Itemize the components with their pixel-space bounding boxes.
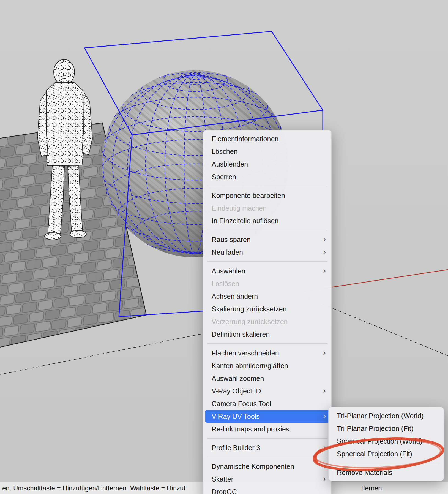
menu-item-label: Spherical Projection (Fit) xyxy=(337,450,412,458)
menu-item-label: Komponente bearbeiten xyxy=(212,192,285,199)
menu-item-relink-maps-and-proxies[interactable]: Re-link maps and proxies xyxy=(203,423,331,435)
context-menu: Elementinformationen Löschen Ausblenden … xyxy=(203,130,332,494)
menu-item-label: Löschen xyxy=(212,148,238,155)
menu-separator xyxy=(203,341,331,347)
chevron-right-icon: › xyxy=(323,473,326,485)
menu-item-label: Elementinformationen xyxy=(212,135,278,143)
menu-item-label: Achsen ändern xyxy=(212,292,258,300)
menu-item-vray-object-id[interactable]: V-Ray Object ID› xyxy=(203,385,331,397)
menu-item-label: Tri-Planar Projection (World) xyxy=(337,412,424,420)
menu-item-raus-sparen[interactable]: Raus sparen› xyxy=(203,233,331,246)
menu-item-in-einzelteile-aufloesen[interactable]: In Einzelteile auflösen xyxy=(203,215,331,227)
menu-item-label: Skatter xyxy=(212,475,233,483)
chevron-right-icon: › xyxy=(323,441,326,454)
submenu-item-remove-materials[interactable]: Remove Materials xyxy=(329,466,444,479)
chevron-right-icon: › xyxy=(323,233,326,245)
submenu-item-triplanar-projection-fit[interactable]: Tri-Planar Projection (Fit) xyxy=(329,422,444,435)
submenu-item-spherical-projection-fit[interactable]: Spherical Projection (Fit) xyxy=(329,447,444,460)
menu-item-dynamische-komponenten[interactable]: Dynamische Komponenten› xyxy=(203,460,331,473)
menu-item-kanten-abmildern-glaetten[interactable]: Kanten abmildern/glätten xyxy=(203,359,331,372)
menu-item-label: Flächen verschneiden xyxy=(212,349,279,357)
menu-item-komponente-bearbeiten[interactable]: Komponente bearbeiten xyxy=(203,189,331,202)
menu-item-label: Raus sparen xyxy=(212,236,251,243)
menu-item-label: V-Ray UV Tools xyxy=(212,412,260,420)
menu-item-skalierung-zuruecksetzen[interactable]: Skalierung zurücksetzen xyxy=(203,303,331,315)
menu-item-flaechen-verschneiden[interactable]: Flächen verschneiden› xyxy=(203,347,331,359)
menu-item-label: Spherical Projection (World) xyxy=(337,437,422,445)
menu-item-losloesen: Loslösen xyxy=(203,277,331,290)
menu-item-ausblenden[interactable]: Ausblenden xyxy=(203,158,331,170)
menu-item-label: Kanten abmildern/glätten xyxy=(212,362,288,370)
chevron-right-icon: › xyxy=(323,410,326,422)
menu-item-label: In Einzelteile auflösen xyxy=(212,217,278,225)
menu-item-label: Verzerrung zurücksetzen xyxy=(212,318,288,325)
menu-item-neu-laden[interactable]: Neu laden› xyxy=(203,246,331,259)
menu-item-label: V-Ray Object ID xyxy=(212,387,261,395)
menu-item-eindeutig-machen: Eindeutig machen xyxy=(203,202,331,215)
menu-item-camera-focus-tool[interactable]: Camera Focus Tool xyxy=(203,397,331,410)
menu-separator xyxy=(203,227,331,233)
menu-item-label: DropGC xyxy=(212,488,237,494)
menu-item-label: Skalierung zurücksetzen xyxy=(212,305,286,313)
menu-item-profile-builder-3[interactable]: Profile Builder 3› xyxy=(203,441,331,454)
status-hint-left: en. Umschalttaste = Hinzufügen/Entfernen… xyxy=(2,484,185,492)
chevron-right-icon: › xyxy=(323,385,326,397)
menu-item-label: Sperren xyxy=(212,173,236,181)
menu-item-label: Loslösen xyxy=(212,280,239,287)
menu-item-label: Profile Builder 3 xyxy=(212,444,260,452)
uv-tools-submenu: Tri-Planar Projection (World) Tri-Planar… xyxy=(328,407,444,481)
menu-item-label: Dynamische Komponenten xyxy=(212,463,294,470)
menu-item-auswahl-zoomen[interactable]: Auswahl zoomen xyxy=(203,372,331,385)
menu-item-auswaehlen[interactable]: Auswählen› xyxy=(203,265,331,277)
menu-item-label: Re-link maps and proxies xyxy=(212,425,289,433)
menu-item-label: Neu laden xyxy=(212,248,243,256)
menu-separator xyxy=(203,435,331,441)
menu-item-sperren[interactable]: Sperren xyxy=(203,170,331,183)
menu-item-elementinformationen[interactable]: Elementinformationen xyxy=(203,132,331,145)
menu-item-vray-uv-tools[interactable]: V-Ray UV Tools› xyxy=(205,410,330,423)
menu-item-label: Tri-Planar Projection (Fit) xyxy=(337,425,413,432)
menu-separator xyxy=(329,460,444,466)
menu-item-label: Camera Focus Tool xyxy=(212,400,271,408)
status-hint-right: tfernen. xyxy=(361,484,384,492)
chevron-right-icon: › xyxy=(323,246,326,258)
chevron-right-icon: › xyxy=(323,265,326,277)
menu-item-label: Auswahl zoomen xyxy=(212,374,264,382)
menu-item-label: Ausblenden xyxy=(212,160,248,168)
menu-separator xyxy=(203,454,331,460)
menu-item-skatter[interactable]: Skatter› xyxy=(203,473,331,485)
menu-item-verzerrung-zuruecksetzen: Verzerrung zurücksetzen xyxy=(203,315,331,328)
menu-item-achsen-aendern[interactable]: Achsen ändern xyxy=(203,290,331,303)
submenu-item-spherical-projection-world[interactable]: Spherical Projection (World) xyxy=(329,435,444,447)
menu-separator xyxy=(203,259,331,265)
menu-separator xyxy=(203,183,331,189)
menu-item-label: Definition skalieren xyxy=(212,330,270,338)
menu-item-definition-skalieren[interactable]: Definition skalieren xyxy=(203,328,331,341)
menu-item-label: Remove Materials xyxy=(337,469,392,476)
menu-item-label: Eindeutig machen xyxy=(212,204,267,212)
submenu-item-triplanar-projection-world[interactable]: Tri-Planar Projection (World) xyxy=(329,409,444,422)
chevron-right-icon: › xyxy=(323,460,326,472)
menu-item-label: Auswählen xyxy=(212,267,245,275)
menu-item-loeschen[interactable]: Löschen xyxy=(203,145,331,158)
chevron-right-icon: › xyxy=(323,347,326,359)
menu-item-dropgc[interactable]: DropGC xyxy=(203,485,331,494)
